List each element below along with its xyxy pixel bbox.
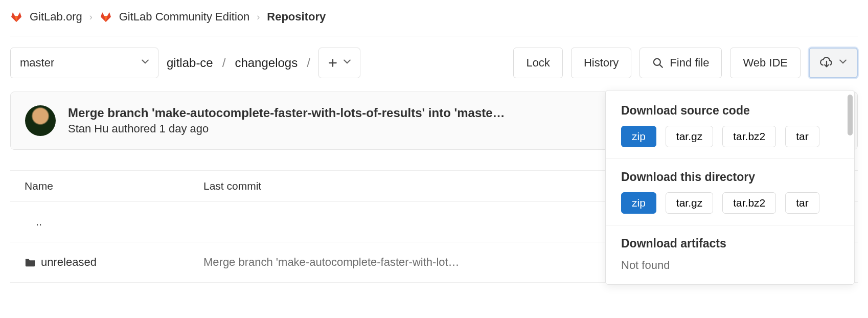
svg-point-0 (654, 59, 660, 65)
gitlab-logo-icon (100, 11, 112, 23)
slash-sep: / (307, 56, 310, 70)
download-dir-tarbz2[interactable]: tar.bz2 (722, 192, 776, 214)
download-src-tarbz2[interactable]: tar.bz2 (722, 126, 776, 147)
download-dir-zip[interactable]: zip (621, 192, 656, 214)
commit-author-line: Stan Hu authored 1 day ago (68, 122, 505, 135)
avatar[interactable] (25, 105, 56, 136)
chevron-right-icon: › (257, 12, 260, 22)
search-icon (652, 57, 664, 69)
breadcrumb-current: Repository (267, 10, 326, 24)
breadcrumb-project[interactable]: GitLab Community Edition (119, 10, 250, 24)
folder-icon (25, 257, 36, 267)
find-file-label: Find file (670, 56, 709, 70)
chevron-down-icon (344, 59, 351, 66)
path-dir[interactable]: changelogs (235, 56, 298, 70)
lock-button[interactable]: Lock (513, 48, 562, 78)
breadcrumb: GitLab.org › GitLab Community Edition › … (10, 0, 858, 36)
find-file-button[interactable]: Find file (639, 48, 722, 78)
cloud-download-icon (820, 57, 833, 69)
download-src-tar[interactable]: tar (785, 126, 819, 147)
chevron-down-icon (839, 59, 847, 66)
path-root[interactable]: gitlab-ce (167, 56, 213, 70)
download-dropdown-panel: Download source code zip tar.gz tar.bz2 … (605, 90, 855, 283)
slash-sep: / (222, 56, 226, 70)
path-bar: gitlab-ce / changelogs / (167, 56, 310, 70)
download-source-heading: Download source code (606, 104, 854, 126)
col-name-header: Name (25, 180, 203, 192)
commit-title[interactable]: Merge branch 'make-autocomplete-faster-w… (68, 106, 505, 120)
gitlab-logo-icon (10, 11, 22, 23)
artifacts-notfound: Not found (606, 259, 854, 272)
download-dir-tar[interactable]: tar (785, 192, 819, 214)
add-dropdown-button[interactable] (318, 48, 360, 78)
download-artifacts-heading: Download artifacts (606, 237, 854, 259)
web-ide-button[interactable]: Web IDE (730, 48, 801, 78)
download-src-zip[interactable]: zip (621, 126, 656, 147)
scrollbar-thumb[interactable] (848, 95, 853, 135)
download-src-targz[interactable]: tar.gz (666, 126, 713, 147)
breadcrumb-org[interactable]: GitLab.org (30, 10, 82, 24)
download-dir-targz[interactable]: tar.gz (666, 192, 713, 214)
plus-icon (328, 58, 337, 67)
branch-name: master (20, 56, 54, 70)
up-dir: .. (25, 215, 203, 229)
branch-select[interactable]: master (10, 48, 158, 78)
download-dir-heading: Download this directory (606, 170, 854, 192)
repo-toolbar: master gitlab-ce / changelogs / Lock His… (10, 48, 858, 78)
file-name: unreleased (41, 256, 97, 269)
history-button[interactable]: History (571, 48, 631, 78)
download-dropdown-button[interactable] (809, 48, 858, 78)
chevron-right-icon: › (89, 12, 93, 22)
chevron-down-icon (142, 59, 149, 66)
